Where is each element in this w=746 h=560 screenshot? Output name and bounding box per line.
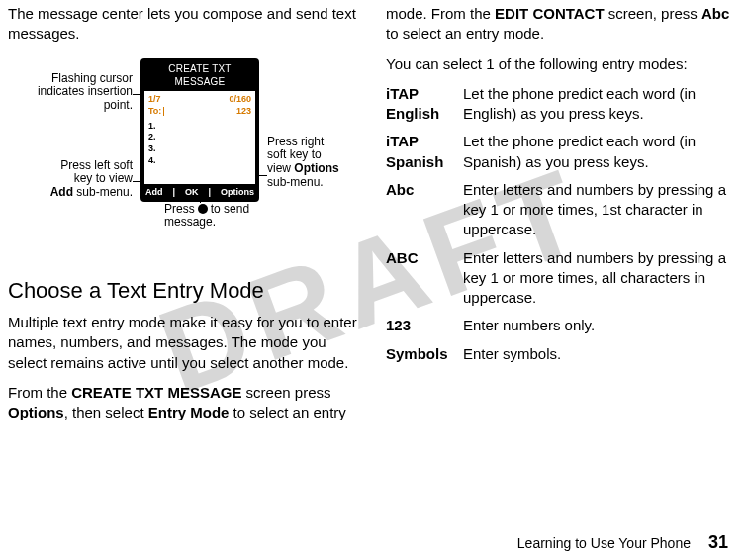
mode-indicator: 123 bbox=[236, 105, 251, 117]
entrymode-ref: Entry Mode bbox=[148, 404, 230, 420]
body-text: mode. From the EDIT CONTACT screen, pres… bbox=[386, 4, 736, 45]
txt: soft key to bbox=[267, 147, 322, 161]
phone-title: CREATE TXT MESSAGE bbox=[142, 60, 257, 91]
mode-label: iTAP Spanish bbox=[386, 132, 453, 172]
txt: to select an entry bbox=[229, 404, 345, 420]
txt: sub-menu. bbox=[73, 185, 133, 199]
to-txt: To: bbox=[148, 106, 161, 116]
recipient-list: 1. 2. 3. 4. bbox=[148, 121, 251, 167]
body-text: Multiple text entry mode make it easy fo… bbox=[8, 313, 358, 373]
mode-desc: Enter symbols. bbox=[463, 344, 736, 364]
mode-label: Abc bbox=[386, 180, 453, 240]
txt: to send bbox=[211, 203, 249, 217]
phone-diagram: Flashing cursor indicates insertion poin… bbox=[8, 54, 358, 262]
callout-center: Press to send message. bbox=[164, 203, 283, 231]
txt: screen press bbox=[241, 384, 330, 401]
softkey-bar: Add | OK | Options bbox=[142, 184, 257, 200]
txt: , then select bbox=[64, 404, 148, 420]
txt: mode. From the bbox=[386, 5, 495, 22]
txt: message. bbox=[164, 215, 216, 229]
list-item: 2. bbox=[148, 132, 251, 143]
mode-desc: Let the phone predict each word (in Span… bbox=[463, 132, 736, 172]
phone-frame: CREATE TXT MESSAGE 1/7 0/160 To: 123 1. … bbox=[140, 58, 259, 202]
softkey-left: Add bbox=[145, 186, 163, 198]
mode-desc: Let the phone predict each word (in Engl… bbox=[463, 84, 736, 125]
section-heading: Choose a Text Entry Mode bbox=[8, 276, 358, 306]
screen-name: EDIT CONTACT bbox=[495, 5, 605, 22]
list-item: 3. bbox=[148, 143, 251, 155]
mode-label: iTAP English bbox=[386, 84, 453, 125]
list-item: 4. bbox=[148, 155, 251, 167]
callout-leftsoft: Press left soft key to view Add sub-menu… bbox=[8, 159, 133, 200]
cursor-icon bbox=[163, 107, 164, 116]
txt: screen, press bbox=[605, 5, 701, 22]
char-limit: 0/160 bbox=[229, 93, 251, 105]
txt: key to view bbox=[74, 171, 133, 185]
to-label: To: bbox=[148, 105, 164, 117]
intro-text: The message center lets you compose and … bbox=[8, 4, 358, 45]
mode-label: ABC bbox=[386, 248, 453, 309]
txt: Press bbox=[164, 203, 195, 217]
body-text: You can select 1 of the following entry … bbox=[386, 54, 736, 74]
page-number: 31 bbox=[708, 530, 728, 554]
txt: Press right bbox=[267, 135, 324, 148]
phone-screen: 1/7 0/160 To: 123 1. 2. 3. 4. bbox=[144, 91, 255, 184]
txt: From the bbox=[8, 384, 71, 401]
entry-modes-table: iTAP English Let the phone predict each … bbox=[386, 84, 736, 364]
softkey-right: Options bbox=[221, 186, 254, 198]
txt: view bbox=[267, 161, 294, 175]
footer-title: Learning to Use Your Phone bbox=[517, 534, 691, 553]
softkey-mid: OK bbox=[185, 186, 199, 198]
mode-label: Symbols bbox=[386, 344, 453, 364]
list-item: 1. bbox=[148, 121, 251, 133]
abc-ref: Abc bbox=[701, 5, 729, 22]
txt: to select an entry mode. bbox=[386, 25, 544, 42]
txt: sub-menu. bbox=[267, 175, 324, 189]
options-ref: Options bbox=[8, 404, 64, 420]
txt: Press left soft bbox=[60, 158, 133, 172]
divider: | bbox=[208, 186, 211, 198]
counter: 1/7 bbox=[148, 93, 161, 105]
add-label: Add bbox=[50, 185, 73, 199]
divider: | bbox=[172, 186, 175, 198]
callout-rightsoft: Press right soft key to view Options sub… bbox=[267, 136, 356, 190]
body-text: From the CREATE TXT MESSAGE screen press… bbox=[8, 383, 358, 423]
mode-desc: Enter letters and numbers by pressing a … bbox=[463, 248, 736, 309]
mode-desc: Enter letters and numbers by pressing a … bbox=[463, 180, 736, 240]
mode-desc: Enter numbers only. bbox=[463, 316, 736, 335]
mode-label: 123 bbox=[386, 316, 453, 335]
options-label: Options bbox=[294, 161, 338, 175]
page-footer: Learning to Use Your Phone 31 bbox=[0, 530, 746, 554]
screen-name: CREATE TXT MESSAGE bbox=[71, 384, 241, 401]
callout-cursor: Flashing cursor indicates insertion poin… bbox=[8, 72, 133, 113]
center-key-icon bbox=[198, 204, 208, 214]
